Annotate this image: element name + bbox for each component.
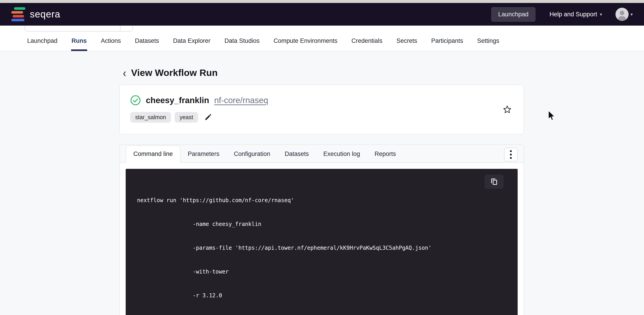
code-line: -params-file 'https://api.tower.nf/ephem… (137, 244, 508, 252)
command-line-panel: nextflow run 'https://github.com/nf-core… (120, 163, 524, 315)
page-title: View Workflow Run (131, 68, 218, 78)
chevron-down-icon: ▾ (630, 12, 633, 17)
seqera-logo-icon (11, 7, 25, 21)
page-title-row: ‹ View Workflow Run (119, 68, 524, 78)
user-menu[interactable]: ▾ (616, 8, 633, 21)
copy-command-button[interactable] (484, 175, 504, 189)
tab-participants[interactable]: Participants (431, 37, 464, 51)
command-line-code: nextflow run 'https://github.com/nf-core… (126, 169, 518, 315)
help-and-support-label: Help and Support (550, 11, 597, 18)
label-chip: star_salmon (130, 112, 171, 123)
tab-data-studios[interactable]: Data Studios (224, 37, 260, 51)
brand-name: seqera (30, 9, 60, 20)
help-and-support-menu[interactable]: Help and Support ▾ (550, 11, 602, 18)
chevron-down-icon: ▾ (600, 12, 602, 17)
tab-command-line[interactable]: Command line (126, 145, 180, 163)
run-labels: star_salmon yeast (130, 112, 513, 123)
tab-settings[interactable]: Settings (477, 37, 500, 51)
workspace-tabs: Launchpad Runs Actions Datasets Data Exp… (27, 37, 500, 51)
top-navbar: seqera Launchpad Help and Support ▾ ▾ (0, 3, 644, 26)
tab-execution-log[interactable]: Execution log (316, 146, 367, 162)
main-content: ‹ View Workflow Run cheesy_franklin nf-c… (119, 54, 524, 315)
tab-datasets[interactable]: Datasets (134, 37, 160, 51)
star-button[interactable] (503, 105, 512, 114)
seqera-logo[interactable]: seqera (11, 7, 60, 21)
avatar (616, 8, 628, 21)
code-line: nextflow run 'https://github.com/nf-core… (137, 196, 508, 204)
edit-labels-button[interactable] (204, 114, 212, 121)
launchpad-button[interactable]: Launchpad (491, 7, 536, 22)
more-options-button[interactable] (504, 148, 518, 161)
run-detail-card: Command line Parameters Configuration Da… (119, 144, 524, 315)
tab-configuration[interactable]: Configuration (227, 146, 278, 162)
tab-actions[interactable]: Actions (100, 37, 121, 51)
label-chip: yeast (174, 112, 198, 123)
code-line: -name cheesy_franklin (137, 220, 508, 228)
tab-runs[interactable]: Runs (71, 37, 88, 51)
success-check-icon (130, 95, 141, 106)
tab-credentials[interactable]: Credentials (351, 37, 383, 51)
tab-data-explorer[interactable]: Data Explorer (172, 37, 211, 51)
workspace-nav: Launchpad Runs Actions Datasets Data Exp… (0, 26, 644, 52)
tab-secrets[interactable]: Secrets (396, 37, 418, 51)
run-head: cheesy_franklin nf-core/rnaseq (130, 95, 513, 106)
tab-parameters[interactable]: Parameters (180, 146, 227, 162)
run-summary-card: cheesy_franklin nf-core/rnaseq star_salm… (119, 85, 524, 134)
code-line: -with-tower (137, 268, 508, 276)
pipeline-link[interactable]: nf-core/rnaseq (214, 96, 268, 105)
back-button[interactable]: ‹ (123, 67, 126, 79)
tab-run-datasets[interactable]: Datasets (278, 146, 316, 162)
tab-launchpad[interactable]: Launchpad (27, 37, 58, 51)
run-detail-tabs: Command line Parameters Configuration Da… (120, 145, 524, 163)
tab-reports[interactable]: Reports (367, 146, 403, 162)
code-line: -r 3.12.0 (137, 292, 508, 299)
run-name: cheesy_franklin (146, 96, 209, 105)
browser-edge-strip (0, 0, 644, 3)
tab-compute-environments[interactable]: Compute Environments (273, 37, 338, 51)
mouse-cursor (548, 110, 556, 122)
